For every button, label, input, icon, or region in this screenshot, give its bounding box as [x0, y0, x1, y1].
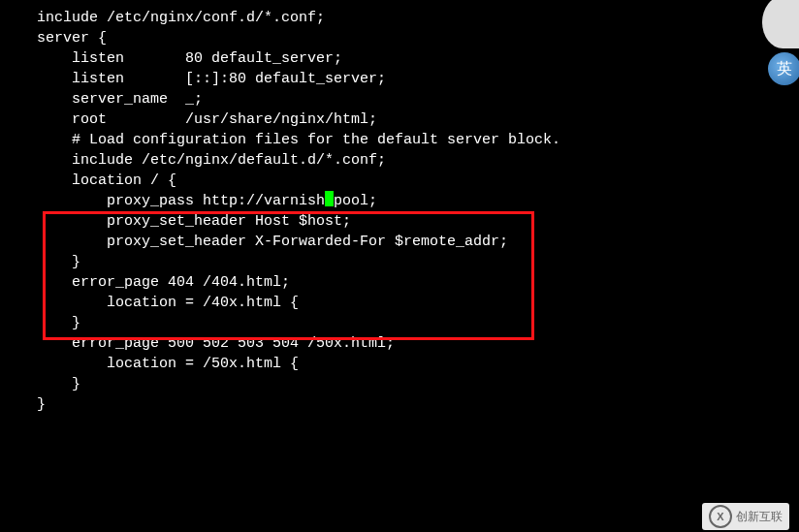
code-line-cursor: proxy_pass http://varnishpool; — [0, 191, 799, 211]
code-text-after-cursor: pool; — [334, 193, 377, 209]
code-line: location / { — [0, 171, 799, 191]
code-line: error_page 500 502 503 504 /50x.html; — [0, 333, 799, 354]
code-line: include /etc/nginx/default.d/*.conf; — [0, 150, 799, 171]
code-line: } — [0, 374, 799, 394]
code-line: location = /40x.html { — [0, 293, 799, 313]
text-cursor — [325, 191, 334, 206]
code-line: } — [0, 252, 799, 272]
code-line: } — [0, 394, 799, 415]
watermark-badge: X 创新互联 — [702, 503, 789, 530]
code-line: include /etc/nginx/conf.d/*.conf; — [0, 8, 799, 28]
watermark-text: 创新互联 — [736, 509, 783, 525]
watermark-logo-icon: X — [709, 505, 732, 528]
code-line: server_name _; — [0, 89, 799, 110]
code-line: listen [::]:80 default_server; — [0, 69, 799, 89]
code-line: proxy_set_header Host $host; — [0, 211, 799, 232]
terminal-editor[interactable]: include /etc/nginx/conf.d/*.conf; server… — [0, 0, 799, 532]
code-line: proxy_set_header X-Forwarded-For $remote… — [0, 232, 799, 252]
code-line: } — [0, 313, 799, 333]
code-line: # Load configuration files for the defau… — [0, 130, 799, 150]
code-line: location = /50x.html { — [0, 354, 799, 374]
code-text-before-cursor: proxy_pass http://varnish — [37, 193, 325, 209]
code-line: root /usr/share/nginx/html; — [0, 110, 799, 130]
code-line: listen 80 default_server; — [0, 48, 799, 69]
code-line: server { — [0, 28, 799, 48]
code-line: error_page 404 /404.html; — [0, 272, 799, 293]
